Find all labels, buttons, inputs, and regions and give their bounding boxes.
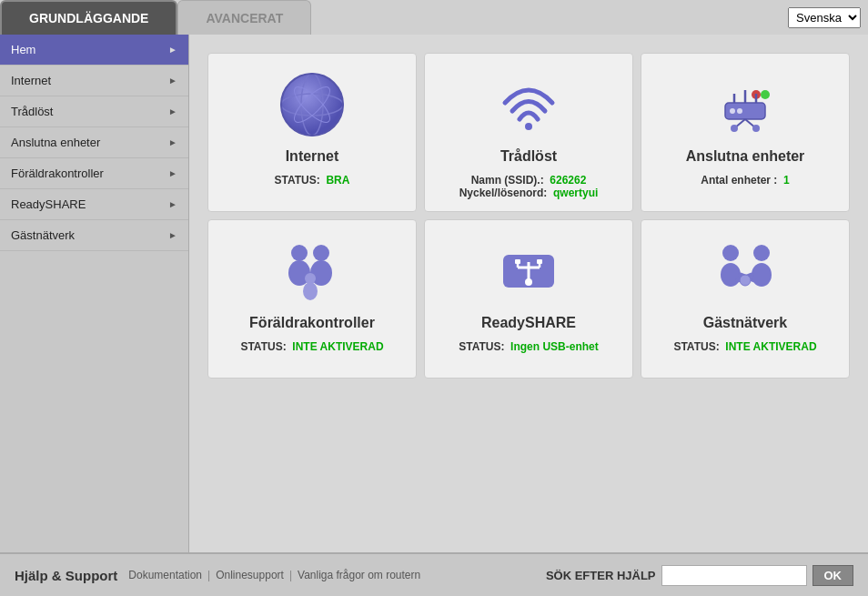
bottom-bar: Hjälp & Support Dokumentation | Onlinesu… [0,552,868,596]
tile-readyshare-title: ReadySHARE [481,315,576,331]
link-vanliga-fragor[interactable]: Vanliga frågor om routern [298,569,420,581]
sidebar: Hem ► Internet ► Trådlöst ► Anslutna enh… [0,35,189,552]
footer-links: Dokumentation | Onlinesupport | Vanliga … [128,569,420,581]
svg-point-24 [303,282,318,300]
usb-icon [492,235,565,308]
sidebar-item-gastnätverk[interactable]: Gästnätverk ► [0,220,188,251]
svg-point-39 [740,275,751,286]
search-label: SÖK EFTER HJÄLP [546,569,656,582]
sidebar-item-readyshare[interactable]: ReadySHARE ► [0,189,188,220]
sidebar-item-foraldra[interactable]: Föräldrakontroller ► [0,158,188,189]
tab-avancerat[interactable]: AVANCERAT [177,0,311,35]
sidebar-item-internet[interactable]: Internet ► [0,66,188,96]
sidebar-item-anslutna[interactable]: Anslutna enheter ► [0,127,188,158]
arrow-icon: ► [168,168,177,178]
svg-point-32 [525,278,532,286]
tile-foraldra-title: Föräldrakontroller [249,315,375,331]
tile-readyshare[interactable]: ReadySHARE STATUS: Ingen USB-enhet [424,219,633,379]
link-dokumentation[interactable]: Dokumentation [128,569,202,581]
tile-foraldra[interactable]: Föräldrakontroller STATUS: INTE AKTIVERA… [207,219,417,379]
separator: | [289,569,292,581]
help-label: Hjälp & Support [15,568,117,583]
arrow-icon: ► [168,76,177,86]
language-select[interactable]: Svenska English Deutsch Français [788,7,861,28]
tile-tradlost[interactable]: Trådlöst Namn (SSID).: 626262 Nyckel/lös… [424,53,633,212]
tab-grundlaggande[interactable]: GRUNDLÄGGANDE [0,0,177,35]
language-selector-wrap: Svenska English Deutsch Français [788,0,868,35]
tile-gastnätverk-title: Gästnätverk [703,315,788,331]
sidebar-item-hem[interactable]: Hem ► [0,35,188,66]
separator: | [207,569,210,581]
search-input[interactable] [661,565,807,586]
tile-readyshare-status: STATUS: Ingen USB-enhet [432,340,625,353]
svg-point-17 [731,125,738,132]
svg-point-36 [753,245,770,261]
svg-rect-31 [537,259,542,264]
tiles-grid: Internet STATUS: BRA Trådl [207,53,850,379]
svg-point-6 [525,123,532,130]
wifi-icon [492,68,565,141]
arrow-icon: ► [168,45,177,55]
arrow-icon: ► [168,137,177,147]
svg-rect-30 [515,259,520,264]
ok-button[interactable]: OK [812,565,854,586]
svg-point-21 [313,245,329,261]
arrow-icon: ► [168,106,177,116]
search-section: SÖK EFTER HJÄLP OK [546,565,853,586]
tile-foraldra-status: STATUS: INTE AKTIVERAD [216,340,409,353]
svg-point-34 [721,263,741,287]
globe-icon [276,68,348,141]
tile-tradlost-title: Trådlöst [500,148,557,165]
svg-point-13 [730,108,735,114]
tile-internet-title: Internet [286,148,339,165]
family-icon [276,235,348,308]
svg-point-37 [752,263,772,287]
router-icon [709,68,782,141]
tile-internet[interactable]: Internet STATUS: BRA [207,53,417,212]
svg-point-33 [722,245,739,261]
arrow-icon: ► [168,230,177,240]
tile-anslutna-title: Anslutna enheter [686,148,805,165]
svg-point-14 [737,108,742,114]
link-onlinesupport[interactable]: Onlinesupport [216,569,284,581]
tile-gastnätverk[interactable]: Gästnätverk STATUS: INTE AKTIVERAD [641,219,850,379]
sidebar-item-tradlost[interactable]: Trådlöst ► [0,96,188,127]
tile-tradlost-pass: Nyckel/lösenord: qwertyui [432,187,625,199]
tile-tradlost-ssid: Namn (SSID).: 626262 [432,174,625,187]
guests-icon [709,235,782,308]
svg-point-9 [761,90,770,99]
tile-internet-status: STATUS: BRA [216,174,409,187]
tile-gastnätverk-status: STATUS: INTE AKTIVERAD [649,340,842,353]
tile-anslutna[interactable]: Anslutna enheter Antal enheter : 1 [641,53,850,212]
svg-point-19 [291,245,308,261]
content-area: Internet STATUS: BRA Trådl [189,35,868,552]
arrow-icon: ► [168,199,177,209]
svg-point-18 [752,125,760,132]
tile-anslutna-status: Antal enheter : 1 [649,174,842,187]
